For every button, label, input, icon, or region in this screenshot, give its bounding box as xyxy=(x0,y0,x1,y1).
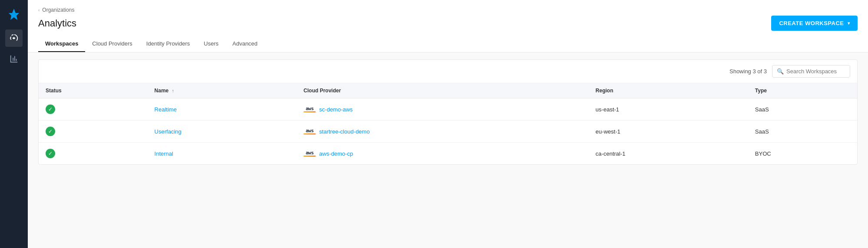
content-area: Showing 3 of 3 🔍 Status Name ↑ xyxy=(28,52,868,248)
tab-identity-providers[interactable]: Identity Providers xyxy=(139,36,197,52)
type-cell: SaaS xyxy=(748,98,857,121)
status-cell: ✓ xyxy=(39,121,148,143)
cloud-provider-cell: aws sc-demo-aws xyxy=(297,98,589,121)
aws-logo: aws xyxy=(304,128,316,134)
col-name: Name ↑ xyxy=(148,83,297,98)
cloud-provider-name[interactable]: sc-demo-aws xyxy=(319,106,353,113)
main-content: ‹ Organizations Analytics CREATE WORKSPA… xyxy=(28,0,868,248)
workspaces-table: Status Name ↑ Cloud Provider Region xyxy=(39,83,857,164)
chevron-down-icon: ▾ xyxy=(848,21,850,26)
cloud-provider-name[interactable]: startree-cloud-demo xyxy=(319,128,370,135)
sidebar-logo[interactable] xyxy=(5,5,23,23)
workspace-name-cell[interactable]: Userfacing xyxy=(148,121,297,143)
page-title-row: Analytics CREATE WORKSPACE ▾ xyxy=(38,16,858,31)
type-cell: SaaS xyxy=(748,121,857,143)
workspace-name-cell[interactable]: Internal xyxy=(148,143,297,165)
search-box[interactable]: 🔍 xyxy=(772,65,850,78)
col-cloud-provider: Cloud Provider xyxy=(297,83,589,98)
tabs: Workspaces Cloud Providers Identity Prov… xyxy=(38,36,858,52)
search-icon: 🔍 xyxy=(777,68,784,75)
breadcrumb-arrow: ‹ xyxy=(38,8,40,13)
breadcrumb: ‹ Organizations xyxy=(38,7,858,13)
tab-cloud-providers[interactable]: Cloud Providers xyxy=(85,36,139,52)
tab-workspaces[interactable]: Workspaces xyxy=(38,36,85,52)
cloud-provider-cell: aws aws-demo-cp xyxy=(297,143,589,165)
sidebar-item-home[interactable] xyxy=(5,29,23,47)
status-badge: ✓ xyxy=(46,127,55,136)
table-toolbar: Showing 3 of 3 🔍 xyxy=(39,60,857,83)
status-badge: ✓ xyxy=(46,104,55,114)
type-cell: BYOC xyxy=(748,143,857,165)
showing-count: Showing 3 of 3 xyxy=(729,68,767,75)
sidebar-item-analytics[interactable] xyxy=(5,50,23,68)
table-header-row: Status Name ↑ Cloud Provider Region xyxy=(39,83,857,98)
sort-icon[interactable]: ↑ xyxy=(172,88,174,93)
sidebar xyxy=(0,0,28,248)
status-cell: ✓ xyxy=(39,98,148,121)
table-row: ✓ Realtime aws sc-demo-aws us-east-1SaaS xyxy=(39,98,857,121)
tab-users[interactable]: Users xyxy=(197,36,225,52)
breadcrumb-parent[interactable]: Organizations xyxy=(42,7,74,13)
create-workspace-button[interactable]: CREATE WORKSPACE ▾ xyxy=(771,16,858,31)
cloud-provider-cell: aws startree-cloud-demo xyxy=(297,121,589,143)
workspaces-table-container: Showing 3 of 3 🔍 Status Name ↑ xyxy=(38,59,858,165)
search-input[interactable] xyxy=(786,68,845,75)
region-cell: eu-west-1 xyxy=(589,121,748,143)
cloud-provider-name[interactable]: aws-demo-cp xyxy=(319,150,353,157)
col-status: Status xyxy=(39,83,148,98)
col-type: Type xyxy=(748,83,857,98)
status-cell: ✓ xyxy=(39,143,148,165)
workspace-name-cell[interactable]: Realtime xyxy=(148,98,297,121)
create-workspace-label: CREATE WORKSPACE xyxy=(779,20,844,26)
region-cell: us-east-1 xyxy=(589,98,748,121)
aws-logo: aws xyxy=(304,150,316,157)
page-title: Analytics xyxy=(38,18,76,29)
aws-logo: aws xyxy=(304,106,316,112)
col-region: Region xyxy=(589,83,748,98)
table-row: ✓ Userfacing aws startree-cloud-demo eu-… xyxy=(39,121,857,143)
tab-advanced[interactable]: Advanced xyxy=(225,36,264,52)
header: ‹ Organizations Analytics CREATE WORKSPA… xyxy=(28,0,868,52)
status-badge: ✓ xyxy=(46,149,55,158)
table-row: ✓ Internal aws aws-demo-cp ca-central-1B… xyxy=(39,143,857,165)
region-cell: ca-central-1 xyxy=(589,143,748,165)
